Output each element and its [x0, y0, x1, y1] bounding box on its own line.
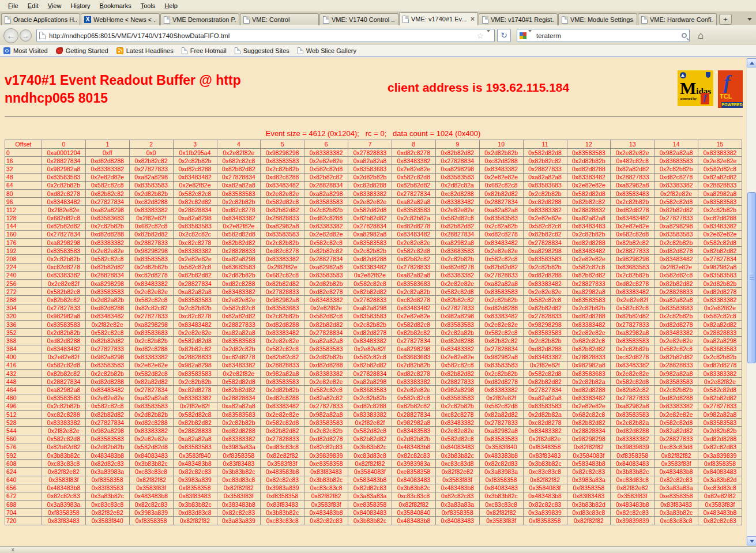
data-cell: 0x2c82b82b: [611, 198, 655, 206]
bookmarks-toolbar: Most VisitedGetting StartedLatest Headli…: [0, 45, 756, 57]
search-box[interactable]: teraterm: [517, 29, 690, 42]
data-cell: 0x383483b8: [217, 501, 261, 509]
scroll-down-button[interactable]: [747, 536, 756, 546]
menu-history[interactable]: History: [66, 1, 95, 10]
data-cell: 0x2e82e82e: [435, 427, 479, 435]
data-cell: 0x682c82d8: [611, 230, 655, 238]
data-cell: 0x982a82a8: [698, 411, 742, 419]
bookmark-star-icon[interactable]: ☆: [476, 31, 484, 40]
vertical-scrollbar[interactable]: [746, 58, 756, 546]
tab-label: VME Demonstration P...: [172, 16, 236, 23]
table-row-offset-512: 5120xc82c82880x82b82d820x2d82b82b0x582d8…: [5, 411, 742, 419]
data-cell: 0x582d82c8: [348, 427, 392, 435]
data-cell: 0x83383382: [698, 370, 742, 378]
tab-close-icon[interactable]: ×: [471, 15, 475, 23]
bookmark-free-hotmail[interactable]: Free Hotmail: [182, 47, 227, 54]
data-cell: 0xa82a8298: [304, 189, 348, 197]
data-cell: 0xa82a82a8: [173, 288, 217, 296]
data-cell: 0xd82c8288: [129, 419, 173, 427]
home-button[interactable]: ⌂: [698, 30, 704, 42]
tab-3[interactable]: VME Demonstration P...: [160, 13, 239, 25]
data-cell: 0xa82a82a8: [523, 394, 567, 402]
data-cell: 0x3583f840: [85, 517, 129, 525]
bookmark-suggested-sites[interactable]: Suggested Sites: [235, 47, 289, 54]
data-cell: 0x27828833: [523, 312, 567, 320]
tab-8[interactable]: VME: Module Settings...: [558, 13, 637, 25]
menu-view[interactable]: View: [43, 1, 66, 10]
tab-5[interactable]: VME: V1740 Control ...: [319, 13, 398, 25]
tab-2[interactable]: XWebHome < News < ...: [81, 13, 160, 25]
new-tab-button[interactable]: +: [719, 14, 732, 25]
url-text[interactable]: http://nndhcp065:8015/VME/V1740/V1740Sho…: [49, 32, 475, 39]
data-cell: 0x483483b8: [523, 492, 567, 500]
data-cell: 0x83383382: [42, 271, 86, 279]
tab-7[interactable]: VME: v1740#1 Regist...: [479, 13, 558, 25]
data-cell: 0x28828833: [655, 288, 698, 296]
data-cell: 0x2c82b82b: [348, 247, 392, 255]
data-cell: 0x82a82d82: [217, 312, 261, 320]
data-cell: 0x83483382: [479, 165, 523, 173]
bookmark-most-visited[interactable]: Most Visited: [3, 47, 48, 54]
data-cell: 0x82b82d82: [261, 280, 304, 288]
data-cell: 0x27827833: [129, 165, 173, 173]
data-cell: 0x2c82b82b: [479, 296, 523, 304]
data-cell: 0xc82c8278: [435, 411, 479, 419]
tab-4[interactable]: VME: Control: [240, 13, 319, 25]
event-data-table: Offset0123456789101112131415 00xa0001204…: [5, 140, 742, 525]
rss-icon: [116, 47, 123, 54]
search-engine-icon[interactable]: [520, 32, 526, 39]
data-cell: 0xf8358358: [217, 451, 261, 459]
data-cell: 0x582c82c8: [348, 280, 392, 288]
tab-6-active[interactable]: VME: v1740#1 Ev...×: [399, 12, 478, 25]
scrollbar-thumb[interactable]: [747, 192, 756, 363]
forward-button[interactable]: →: [20, 29, 32, 42]
data-cell: 0x582c82c8: [523, 222, 567, 230]
data-cell: 0x28827833: [611, 173, 655, 181]
list-all-tabs-button[interactable]: [745, 14, 754, 24]
data-cell: 0x27827833: [42, 304, 86, 312]
offset-cell: 592: [5, 451, 42, 459]
data-cell: 0x3a83983a: [85, 468, 129, 476]
offset-cell: 496: [5, 402, 42, 410]
data-cell: 0x82b82d82: [567, 419, 611, 427]
menu-bookmarks[interactable]: Bookmarks: [95, 1, 136, 10]
data-cell: 0xd82d8288: [85, 304, 129, 312]
menu-edit[interactable]: Edit: [23, 1, 43, 10]
menu-help[interactable]: Help: [160, 1, 182, 10]
midas-shield-icon: [706, 72, 710, 78]
tab-label: Oracle Applications H...: [13, 16, 77, 23]
data-cell: 0x83683583: [217, 263, 261, 271]
data-cell: 0x83483482: [655, 255, 698, 263]
scroll-up-button[interactable]: [747, 58, 756, 67]
data-cell: 0x582c82d8: [42, 361, 86, 369]
data-cell: 0xd82c8288: [304, 214, 348, 222]
tab-1[interactable]: Oracle Applications H...: [1, 13, 80, 25]
search-engine-dropdown[interactable]: [528, 32, 532, 39]
data-cell: 0x582d82d8: [129, 443, 173, 451]
column-header-cell: 0: [42, 140, 86, 149]
url-bar[interactable]: http://nndhcp065:8015/VME/V1740/V1740Sho…: [36, 29, 495, 42]
data-cell: 0x582c82c8: [85, 181, 129, 189]
data-cell: 0x28828833: [567, 353, 611, 361]
table-row-offset-624: 6240x82f82e820x3a83983a0xc83c83c80x82c82…: [5, 468, 742, 476]
search-icon[interactable]: [682, 33, 687, 38]
bookmark-web-slice-gallery[interactable]: Web Slice Gallery: [298, 47, 356, 54]
data-cell: 0xc83c83c8: [42, 460, 86, 468]
data-cell: 0x582c82d8: [392, 247, 436, 255]
menu-file[interactable]: File: [3, 1, 23, 10]
data-cell: 0x582c82c8: [173, 263, 217, 271]
column-header-cell: 12: [567, 140, 611, 149]
back-button[interactable]: ←: [3, 28, 18, 43]
data-cell: 0x2f82d82e: [523, 435, 567, 443]
bookmark-getting-started[interactable]: Getting Started: [56, 47, 108, 54]
bookmark-latest-headlines[interactable]: Latest Headlines: [116, 47, 174, 54]
tab-9[interactable]: VME: Hardware Confi...: [638, 13, 717, 25]
search-input[interactable]: teraterm: [536, 32, 682, 39]
data-cell: 0x83583583: [479, 361, 523, 369]
tcl-powered-logo: f TCL POWERED: [718, 70, 743, 108]
menu-tools[interactable]: Tools: [136, 1, 160, 10]
data-cell: 0x2c82a82b: [479, 222, 523, 230]
data-cell: 0x82f82f82: [173, 517, 217, 525]
reload-button[interactable]: ↻: [497, 29, 511, 42]
url-dropdown-button[interactable]: [487, 32, 490, 39]
